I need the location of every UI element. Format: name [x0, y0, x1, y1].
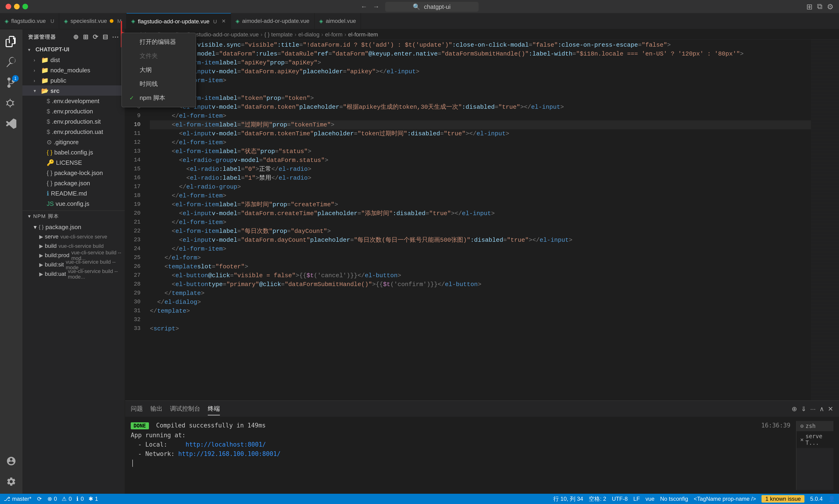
activity-extensions-icon[interactable] — [3, 115, 20, 132]
menu-item-timeline[interactable]: 时间线 — [122, 77, 196, 91]
activity-sourcecontrol-icon[interactable]: 1 — [3, 74, 20, 91]
network-link[interactable]: http://192.168.100.100:8001/ — [178, 450, 281, 457]
new-folder-icon[interactable]: ⊞ — [83, 33, 89, 41]
item-name: README.md — [51, 190, 87, 197]
refresh-icon[interactable]: ⟳ — [93, 33, 99, 41]
activity-debug-icon[interactable] — [3, 95, 20, 111]
chevron-up-icon[interactable]: ∧ — [819, 405, 824, 413]
sidebar: 资源管理器 ⊕ ⊞ ⟳ ⊟ ··· ▾ CHATGPT-UI › 📁 dist — [22, 30, 125, 494]
npm-script-serve[interactable]: ▶ serve vue-cli-service serve — [22, 232, 125, 241]
script-name: build — [45, 243, 57, 249]
terminal-serve-tab[interactable]: ✕ serve T... — [797, 431, 834, 448]
close-panel-icon[interactable]: ✕ — [828, 405, 834, 413]
split-terminal-icon[interactable]: ⇓ — [801, 405, 806, 413]
cursor-position[interactable]: 行 10, 列 34 — [553, 495, 583, 503]
activity-search-icon[interactable] — [3, 54, 20, 70]
activity-account-icon[interactable] — [3, 453, 20, 469]
sidebar-item-license[interactable]: 🔑 LICENSE — [22, 157, 125, 167]
npm-script-build-prod[interactable]: ▶ build:prod vue-cli-service build --mod… — [22, 251, 125, 260]
sidebar-item-readme[interactable]: ℹ README.md — [22, 188, 125, 198]
code-editor[interactable]: 1 2 3 4 5 6 7 8 9 10 11 12 13 14 — [125, 40, 839, 400]
tab-specieslist-vue[interactable]: ◈ specieslist.vue M — [59, 13, 126, 29]
minimize-button[interactable] — [14, 4, 20, 9]
modified-letter: M — [117, 18, 121, 24]
no-tsconfig[interactable]: No tsconfig — [660, 496, 688, 502]
activity-explorer-icon[interactable] — [3, 33, 20, 50]
split-icon[interactable]: ⧉ — [817, 2, 822, 11]
sidebar-item-vue-config[interactable]: JS vue.config.js — [22, 198, 125, 209]
item-name: node_modules — [50, 67, 90, 73]
nav-forward-icon[interactable]: → — [373, 3, 379, 10]
menu-item-open-editors[interactable]: 打开的编辑器 — [122, 35, 196, 49]
settings-icon[interactable]: ⚙ — [827, 2, 834, 11]
tab-aimodel-add-or-update-vue[interactable]: ◈ aimodel-add-or-update.vue — [231, 13, 315, 29]
status-branch[interactable]: ⎇ master* — [4, 496, 32, 502]
menu-item-outline[interactable]: 大纲 — [122, 63, 196, 77]
npm-section-header[interactable]: ▾ NPM 脚本 — [22, 211, 125, 222]
terminal-tab-terminal[interactable]: 终端 — [208, 402, 220, 415]
known-issue-badge[interactable]: 1 known issue — [762, 495, 805, 503]
folder-icon: 📁 — [41, 67, 49, 73]
sidebar-item-root[interactable]: ▾ CHATGPT-UI — [22, 44, 125, 55]
sidebar-item-package-json[interactable]: { } package.json — [22, 178, 125, 188]
terminal-tab-output[interactable]: 输出 — [150, 403, 162, 415]
tab-close-icon[interactable]: ✕ — [221, 18, 226, 24]
more-icon[interactable]: ··· — [112, 33, 119, 41]
layout-icon[interactable]: ⊞ — [806, 2, 813, 11]
new-file-icon[interactable]: ⊕ — [73, 33, 79, 41]
context-menu[interactable]: 打开的编辑器 文件夹 大纲 时间线 ✓ npm 脚本 — [121, 33, 196, 107]
npm-script-build[interactable]: ▶ build vue-cli-service build — [22, 241, 125, 251]
avatar-icon[interactable]: 👤 — [828, 496, 835, 502]
status-errors[interactable]: ⊗ 0 ⚠ 0 ℹ 0 ✱ 1 — [48, 496, 98, 502]
sidebar-item-node-modules[interactable]: › 📁 node_modules — [22, 65, 125, 75]
menu-item-npm[interactable]: ✓ npm 脚本 — [122, 91, 196, 105]
local-link[interactable]: http://localhost:8001/ — [185, 441, 266, 448]
sidebar-item-src[interactable]: ▾ 📂 src — [22, 85, 125, 96]
breadcrumb-el-form-item[interactable]: el-form-item — [348, 31, 378, 38]
tab-flagstudio-add-or-update-vue[interactable]: ◈ flagstudio-add-or-update.vue U ✕ — [126, 13, 231, 29]
maximize-button[interactable] — [22, 4, 28, 9]
sidebar-item-env-prod[interactable]: $ .env.production — [22, 106, 125, 116]
nav-back-icon[interactable]: ← — [361, 3, 367, 10]
more-actions-icon[interactable]: ··· — [810, 405, 816, 413]
sidebar-item-package-lock[interactable]: { } package-lock.json — [22, 167, 125, 178]
line-ending[interactable]: LF — [633, 496, 640, 502]
language-mode[interactable]: vue — [645, 496, 655, 502]
menu-label: 文件夹 — [140, 52, 158, 60]
tab-close-icon[interactable]: U — [50, 18, 54, 24]
new-terminal-icon[interactable]: ⊕ — [791, 405, 797, 413]
breadcrumb-el-form[interactable]: el-form — [325, 31, 343, 38]
tag-name[interactable]: <TagName prop-name /> — [694, 496, 756, 502]
ln-16: 16 — [125, 174, 141, 182]
code-content[interactable]: <el-dialog :visible.sync="visible" :titl… — [146, 40, 811, 400]
file-icon: JS — [47, 200, 54, 207]
close-button[interactable] — [5, 4, 11, 9]
tab-aimodel-vue[interactable]: ◈ aimodel.vue — [315, 13, 361, 29]
status-sync[interactable]: ⟳ — [37, 496, 42, 502]
tab-flagstudio-vue[interactable]: ◈ flagstudio.vue U — [0, 13, 59, 29]
encoding[interactable]: UTF-8 — [612, 496, 628, 502]
sidebar-item-env-dev[interactable]: $ .env.development — [22, 96, 125, 106]
sidebar-item-env-prod-sit[interactable]: $ .env.production.sit — [22, 116, 125, 126]
sidebar-item-gitignore[interactable]: ⊙ .gitignore — [22, 137, 125, 147]
indentation[interactable]: 空格: 2 — [589, 495, 606, 503]
sidebar-item-dist[interactable]: › 📁 dist — [22, 55, 125, 65]
breadcrumb-file[interactable]: flagstudio-add-or-update.vue — [187, 31, 258, 38]
sidebar-item-env-prod-uat[interactable]: $ .env.production.uat — [22, 126, 125, 137]
breadcrumb-template[interactable]: { } template — [264, 31, 292, 38]
sidebar-item-public[interactable]: › 📁 public — [22, 75, 125, 85]
npm-script-build-sit[interactable]: ▶ build:sit vue-cli-service build --mode… — [22, 260, 125, 269]
terminal-main[interactable]: DONE Compiled successfully in 149ms 16:3… — [131, 421, 790, 490]
terminal-shell-tab[interactable]: ⊙ zsh — [797, 421, 834, 431]
terminal-tab-problems[interactable]: 问题 — [131, 403, 143, 415]
npm-package-item[interactable]: ▾ { } package.json — [22, 222, 125, 232]
breadcrumb-el-dialog[interactable]: el-dialog — [298, 31, 320, 38]
npm-script-build-uat[interactable]: ▶ build:uat vue-cli-service build --mode… — [22, 269, 125, 278]
sidebar-item-babel[interactable]: { } babel.config.js — [22, 147, 125, 157]
terminal-tab-debug[interactable]: 调试控制台 — [170, 403, 200, 415]
activity-settings-icon[interactable] — [3, 473, 20, 490]
search-bar[interactable]: 🔍 chatgpt-ui — [385, 2, 478, 12]
sync-icon: ⟳ — [37, 496, 42, 502]
collapse-icon[interactable]: ⊟ — [103, 33, 109, 41]
terminal-cursor-line: │ — [131, 459, 790, 468]
